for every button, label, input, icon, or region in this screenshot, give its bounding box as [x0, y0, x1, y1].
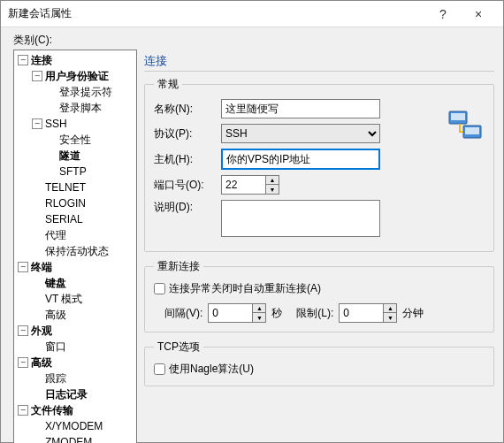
- tcp-legend: TCP选项: [154, 340, 203, 355]
- desc-label: 说明(D):: [154, 200, 216, 215]
- expander-icon[interactable]: −: [18, 325, 28, 336]
- tree-window[interactable]: 窗口: [45, 340, 66, 355]
- protocol-label: 协议(P):: [154, 126, 216, 141]
- svg-rect-3: [465, 127, 479, 134]
- close-button[interactable]: ×: [461, 1, 496, 27]
- category-label: 类别(C):: [13, 33, 494, 48]
- expander-icon[interactable]: −: [18, 405, 28, 416]
- reconnect-legend: 重新连接: [154, 259, 203, 274]
- dialog-body: 类别(C): −连接 −用户身份验证 登录提示符 登录脚本: [1, 27, 503, 443]
- connection-icon: [447, 108, 483, 143]
- interval-spinner[interactable]: ▲▼: [208, 303, 266, 323]
- expander-icon[interactable]: −: [32, 71, 42, 81]
- interval-label: 间隔(V):: [164, 306, 202, 321]
- tree-rlogin[interactable]: RLOGIN: [45, 197, 86, 210]
- port-label: 端口号(O):: [154, 178, 216, 193]
- panel-title: 连接: [144, 53, 494, 69]
- tree-connection[interactable]: 连接: [31, 53, 52, 68]
- spin-down-icon[interactable]: ▼: [253, 313, 265, 322]
- auto-reconnect-input[interactable]: [154, 283, 165, 294]
- tree-logging[interactable]: 日志记录: [45, 387, 88, 402]
- seconds-label: 秒: [271, 306, 282, 321]
- category-tree[interactable]: −连接 −用户身份验证 登录提示符 登录脚本 −SSH: [13, 50, 137, 443]
- limit-label: 限制(L):: [296, 306, 333, 321]
- tree-login-prompt[interactable]: 登录提示符: [59, 85, 112, 100]
- nagle-checkbox[interactable]: 使用Nagle算法(U): [154, 362, 485, 377]
- general-group: 常规 名称(N): 协议(P): SSH: [144, 77, 494, 252]
- name-label: 名称(N):: [154, 102, 216, 117]
- host-input[interactable]: [221, 149, 380, 170]
- reconnect-group: 重新连接 连接异常关闭时自动重新连接(A) 间隔(V): ▲▼ 秒 限制(L):: [144, 259, 494, 332]
- expander-icon[interactable]: −: [18, 262, 28, 272]
- tree-keyboard[interactable]: 键盘: [45, 276, 66, 291]
- tree-telnet[interactable]: TELNET: [45, 181, 86, 194]
- tree-auth[interactable]: 用户身份验证: [45, 69, 109, 84]
- dialog-window: 新建会话属性 ? × 类别(C): −连接 −用户身份验证 登录提示符 登录脚本: [0, 0, 504, 443]
- tree-trace[interactable]: 跟踪: [45, 371, 66, 386]
- port-input[interactable]: [221, 175, 265, 195]
- host-label: 主机(H):: [154, 152, 216, 167]
- svg-rect-1: [451, 113, 465, 120]
- settings-panel: 连接 常规 名称(N): 协: [144, 50, 494, 443]
- spin-up-icon[interactable]: ▲: [384, 304, 396, 313]
- desc-textarea[interactable]: [221, 200, 380, 237]
- expander-icon[interactable]: −: [18, 357, 28, 368]
- spin-up-icon[interactable]: ▲: [253, 304, 265, 313]
- tree-tunnel[interactable]: 隧道: [59, 149, 80, 164]
- divider: [144, 71, 494, 72]
- port-spinner[interactable]: ▲▼: [221, 175, 279, 195]
- interval-input[interactable]: [208, 303, 252, 323]
- tree-filetransfer[interactable]: 文件传输: [31, 403, 73, 418]
- titlebar: 新建会话属性 ? ×: [1, 1, 503, 27]
- tree-security[interactable]: 安全性: [59, 133, 91, 148]
- tree-login-script[interactable]: 登录脚本: [59, 101, 102, 116]
- tree-vtmode[interactable]: VT 模式: [45, 292, 82, 307]
- tree-terminal[interactable]: 终端: [31, 260, 52, 275]
- general-legend: 常规: [154, 77, 182, 92]
- nagle-label: 使用Nagle算法(U): [169, 362, 254, 377]
- help-button[interactable]: ?: [425, 1, 461, 27]
- protocol-select[interactable]: SSH: [221, 124, 380, 143]
- tree-zmodem[interactable]: ZMODEM: [45, 436, 92, 443]
- expander-icon[interactable]: −: [18, 55, 28, 65]
- nagle-input[interactable]: [154, 363, 165, 375]
- spin-down-icon[interactable]: ▼: [384, 313, 396, 322]
- tcp-group: TCP选项 使用Nagle算法(U): [144, 340, 494, 386]
- tree-keepalive[interactable]: 保持活动状态: [45, 244, 109, 259]
- auto-reconnect-checkbox[interactable]: 连接异常关闭时自动重新连接(A): [154, 281, 485, 296]
- spin-up-icon[interactable]: ▲: [266, 176, 279, 185]
- auto-reconnect-label: 连接异常关闭时自动重新连接(A): [169, 281, 321, 296]
- tree-advanced2[interactable]: 高级: [31, 355, 52, 370]
- expander-icon[interactable]: −: [32, 118, 42, 129]
- tree-xymodem[interactable]: X/YMODEM: [45, 420, 103, 432]
- tree-proxy[interactable]: 代理: [45, 228, 66, 243]
- tree-sftp[interactable]: SFTP: [59, 165, 87, 178]
- tree-advanced[interactable]: 高级: [45, 308, 66, 323]
- name-input[interactable]: [221, 99, 380, 118]
- window-title: 新建会话属性: [8, 6, 425, 21]
- main-row: −连接 −用户身份验证 登录提示符 登录脚本 −SSH: [13, 50, 494, 443]
- tree-ssh[interactable]: SSH: [45, 118, 67, 130]
- minutes-label: 分钟: [402, 306, 424, 321]
- limit-spinner[interactable]: ▲▼: [339, 303, 397, 323]
- limit-input[interactable]: [339, 303, 383, 323]
- tree-appearance[interactable]: 外观: [31, 324, 52, 339]
- spin-down-icon[interactable]: ▼: [266, 185, 279, 194]
- tree-serial[interactable]: SERIAL: [45, 213, 83, 225]
